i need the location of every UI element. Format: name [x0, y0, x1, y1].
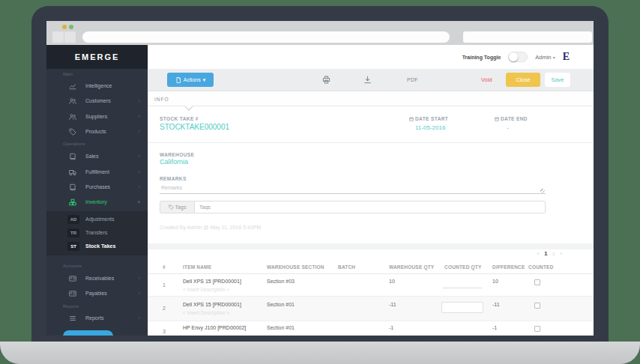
- submenu-item-stock-takes[interactable]: ST Stock Takes: [46, 241, 148, 252]
- caret-down-icon: ▾: [203, 77, 206, 83]
- stock-take-details: STOCK TAKE # STOCKTAKE000001 DATE START …: [148, 106, 594, 243]
- sidebar-quick-button[interactable]: [63, 330, 113, 336]
- pagination-prev-icon[interactable]: ‹: [537, 251, 539, 256]
- pagination-page-1[interactable]: 1: [544, 250, 547, 257]
- sidebar-item-purchases[interactable]: Purchases ‹: [46, 182, 148, 192]
- sidebar-item-fulfillment[interactable]: Fulfillment ‹: [46, 167, 148, 178]
- pagination-page-2[interactable]: 2: [552, 252, 555, 256]
- remarks-label: REMARKS: [160, 176, 187, 181]
- browser-search-bar[interactable]: [463, 31, 592, 43]
- counted-qty-input[interactable]: [441, 302, 483, 313]
- app-window: EMERGE Main Intelligence Customers ‹ Sup…: [46, 45, 594, 336]
- browser-chrome: [46, 21, 594, 45]
- laptop-screen: EMERGE Main Intelligence Customers ‹ Sup…: [46, 21, 594, 336]
- sidebar: EMERGE Main Intelligence Customers ‹ Sup…: [46, 45, 148, 336]
- warehouse-value[interactable]: California: [160, 158, 188, 166]
- stock-take-number-label: STOCK TAKE #: [160, 116, 199, 121]
- close-button[interactable]: Close: [506, 73, 540, 87]
- date-end-label: DATE END: [495, 116, 528, 121]
- sidebar-item-customers[interactable]: Customers ‹: [46, 96, 148, 106]
- remarks-input[interactable]: [160, 182, 546, 194]
- list-icon: [69, 315, 76, 322]
- laptop-mockup: EMERGE Main Intelligence Customers ‹ Sup…: [0, 0, 640, 364]
- sidebar-item-inventory[interactable]: Inventory ▾: [46, 197, 148, 207]
- sidebar-section-main: Main: [63, 72, 73, 76]
- browser-address-bar[interactable]: [82, 31, 450, 43]
- users-icon: [69, 113, 76, 121]
- boxes-icon: [69, 198, 76, 206]
- table-row: 1 Dell XPS 15 [PRD00001] < Insert Descri…: [148, 274, 594, 297]
- main-content: Training Toggle Admin ▾ E Actions ▾: [148, 45, 594, 336]
- resize-grip-icon[interactable]: [540, 189, 545, 193]
- action-bar: Actions ▾ PDF Void Close Save: [148, 69, 594, 91]
- col-warehouse-qty: WAREHOUSE QTY: [389, 264, 434, 270]
- transfers-badge: TR: [67, 228, 79, 237]
- tags-input[interactable]: [195, 201, 545, 213]
- caret-down-icon: ▾: [553, 55, 555, 60]
- pdf-export-button[interactable]: PDF: [407, 77, 418, 82]
- date-start-value[interactable]: 11-05-2016: [415, 124, 445, 131]
- pagination-next-icon[interactable]: ›: [561, 251, 562, 256]
- laptop-bezel: EMERGE Main Intelligence Customers ‹ Sup…: [31, 6, 609, 342]
- submenu-item-adjustments[interactable]: AD Adjustments: [46, 214, 148, 225]
- counted-checkbox[interactable]: [534, 303, 540, 309]
- counted-checkbox[interactable]: [534, 326, 540, 332]
- chevron-left-icon: ‹: [139, 315, 140, 321]
- sidebar-item-suppliers[interactable]: Suppliers ‹: [46, 112, 148, 122]
- sidebar-item-intelligence[interactable]: Intelligence: [46, 81, 148, 91]
- sidebar-section-accounts: Accounts: [63, 264, 82, 268]
- sidebar-section-reports: Reports: [63, 304, 79, 309]
- calendar-icon: [495, 117, 499, 121]
- sidebar-item-reports[interactable]: Reports ‹: [46, 313, 148, 324]
- adjustments-badge: AD: [67, 215, 79, 224]
- date-end-value[interactable]: -: [507, 124, 509, 131]
- sidebar-item-receivables[interactable]: Receivables ‹: [46, 273, 148, 284]
- sidebar-item-payables[interactable]: Payables ‹: [46, 288, 148, 299]
- training-toggle-switch[interactable]: [508, 52, 528, 62]
- chevron-left-icon: ‹: [139, 98, 140, 103]
- counted-checkbox[interactable]: [534, 279, 540, 285]
- void-button[interactable]: Void: [481, 76, 492, 83]
- table-row: 2 Dell XPS 15 [PRD00001] < Insert Descri…: [148, 297, 594, 321]
- card-icon: [69, 290, 76, 297]
- col-counted: COUNTED: [528, 264, 554, 270]
- sidebar-item-sales[interactable]: Sales ‹: [46, 151, 148, 162]
- tags-prefix: Tags: [160, 201, 195, 213]
- chart-line-icon: [69, 82, 76, 90]
- col-difference: DIFFERENCE: [492, 264, 525, 270]
- browser-back-button[interactable]: [52, 31, 64, 43]
- counted-qty-input[interactable]: [443, 279, 482, 288]
- traffic-light-green-icon: [69, 25, 73, 29]
- warehouse-label: WAREHOUSE: [160, 152, 194, 157]
- sidebar-item-products[interactable]: Products ‹: [46, 127, 148, 137]
- col-num: #: [163, 264, 166, 270]
- table-header: # ITEM NAME WAREHOUSE SECTION BATCH WARE…: [148, 261, 594, 274]
- calendar-icon: [409, 117, 414, 121]
- section-separator: [148, 243, 594, 249]
- col-batch: BATCH: [338, 264, 355, 270]
- col-item-name: ITEM NAME: [183, 264, 211, 270]
- file-icon: [175, 77, 181, 83]
- chevron-left-icon: ‹: [139, 154, 140, 159]
- browser-forward-button[interactable]: [64, 31, 76, 43]
- table-row: 3 HP Envy J100 [PRD00002] Section #01 -1…: [148, 321, 594, 336]
- pagination: ‹ 1 2 ›: [537, 250, 562, 257]
- tab-info[interactable]: INFO: [154, 97, 169, 102]
- description-placeholder[interactable]: < Insert Description >: [183, 287, 229, 292]
- item-name: Dell XPS 15 [PRD00001]: [183, 302, 241, 307]
- description-placeholder[interactable]: < Insert Description >: [183, 310, 229, 315]
- actions-button[interactable]: Actions ▾: [167, 73, 214, 87]
- traffic-light-yellow-icon: [62, 25, 67, 29]
- toggle-knob: [509, 52, 518, 61]
- tab-row: INFO: [148, 91, 594, 106]
- printer-icon[interactable]: [322, 76, 330, 84]
- chevron-left-icon: ‹: [139, 114, 140, 119]
- download-icon[interactable]: [363, 76, 372, 84]
- stock-take-number-value[interactable]: STOCKTAKE000001: [160, 123, 229, 131]
- section-divider: [148, 142, 594, 143]
- emerge-e-logo: E: [563, 52, 570, 62]
- admin-menu[interactable]: Admin ▾: [535, 54, 555, 61]
- card-icon: [69, 275, 76, 282]
- submenu-item-transfers[interactable]: TR Transfers: [46, 228, 148, 238]
- save-button[interactable]: Save: [545, 73, 570, 87]
